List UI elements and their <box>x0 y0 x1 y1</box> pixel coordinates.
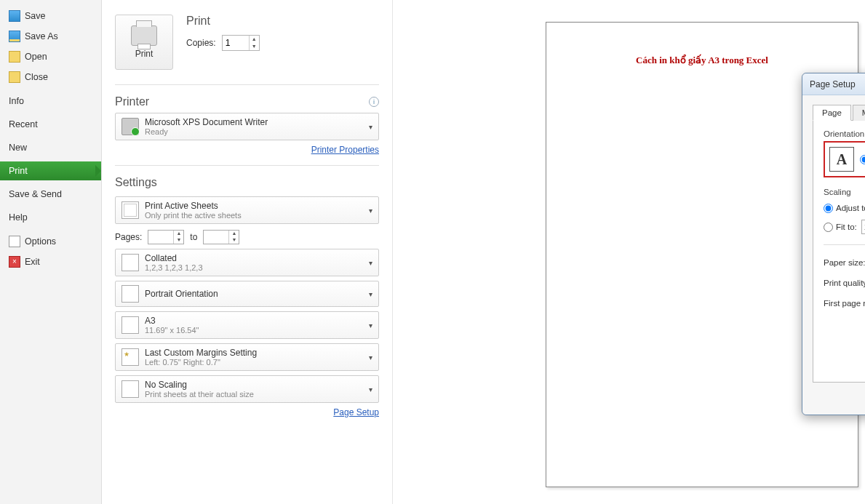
sidebar-item-info[interactable]: Info <box>0 92 101 111</box>
print-button-label: Print <box>135 49 154 59</box>
pages-to[interactable]: ▲▼ <box>203 230 239 244</box>
sidebar-item-options[interactable]: Options <box>0 231 101 252</box>
chevron-down-icon: ▾ <box>369 385 372 393</box>
pages-to-label: to <box>190 232 197 242</box>
page-icon <box>121 316 139 334</box>
paper-size-label: Paper size: <box>824 258 865 267</box>
setting-margins[interactable]: Last Custom Margins SettingLeft: 0.75" R… <box>115 343 379 371</box>
print-button[interactable]: Print <box>115 15 173 70</box>
portrait-page-icon: A <box>829 147 854 172</box>
open-folder-icon <box>9 51 20 63</box>
sidebar-item-open[interactable]: Open <box>0 47 101 67</box>
adjust-to-radio[interactable]: Adjust to: <box>824 204 865 213</box>
backstage-sidebar: Save Save As Open Close Info Recent New … <box>0 0 102 504</box>
printer-icon <box>131 25 157 46</box>
sheets-icon <box>121 201 139 219</box>
chevron-down-icon: ▾ <box>369 290 372 298</box>
copies-label: Copies: <box>186 38 216 48</box>
printer-heading: Printer <box>115 95 149 108</box>
printer-dropdown[interactable]: Microsoft XPS Document Writer Ready ▾ <box>115 113 379 140</box>
setting-print-area[interactable]: Print Active SheetsOnly print the active… <box>115 196 379 224</box>
scaling-label: Scaling <box>824 188 865 196</box>
chevron-down-icon: ▾ <box>369 353 372 361</box>
printer-status: Ready <box>145 127 363 136</box>
setting-scaling[interactable]: No ScalingPrint sheets at their actual s… <box>115 375 379 403</box>
exit-icon: × <box>9 256 20 268</box>
printer-properties-link[interactable]: Printer Properties <box>311 145 379 155</box>
chevron-down-icon: ▾ <box>369 259 372 267</box>
print-heading: Print <box>186 15 260 28</box>
sidebar-item-close[interactable]: Close <box>0 67 101 87</box>
pages-label: Pages: <box>115 232 142 242</box>
tab-margins[interactable]: Margins <box>853 105 865 121</box>
sidebar-item-save-send[interactable]: Save & Send <box>0 185 101 204</box>
spinner-down-icon[interactable]: ▼ <box>250 43 259 50</box>
dialog-title: Page Setup <box>810 79 865 89</box>
fit-wide-spinner[interactable]: ▲▼ <box>861 220 865 234</box>
copies-input[interactable] <box>223 36 249 50</box>
dialog-tabs: Page Margins Header/Footer Sheet <box>813 104 865 121</box>
setting-collate[interactable]: Collated1,2,3 1,2,3 1,2,3 ▾ <box>115 249 379 276</box>
page-setup-dialog: Page Setup ? ✕ Page Margins Header/Foote… <box>802 73 865 415</box>
spinner-up-icon[interactable]: ▲ <box>250 36 259 43</box>
scaling-icon <box>121 380 139 398</box>
copies-spinner[interactable]: ▲▼ <box>222 35 260 51</box>
setting-orientation[interactable]: Portrait Orientation ▾ <box>115 281 379 307</box>
close-folder-icon <box>9 71 20 83</box>
chevron-down-icon: ▾ <box>369 321 372 329</box>
print-panel: Print Print Copies: ▲▼ Printer i Mic <box>102 0 393 504</box>
sidebar-item-help[interactable]: Help <box>0 208 101 227</box>
sidebar-item-save[interactable]: Save <box>0 6 101 26</box>
saveas-icon <box>9 31 20 42</box>
first-page-label: First page number: <box>824 299 865 308</box>
save-icon <box>9 10 20 22</box>
printer-name: Microsoft XPS Document Writer <box>145 117 363 127</box>
page-setup-link[interactable]: Page Setup <box>333 407 379 417</box>
portrait-icon <box>121 285 139 303</box>
preview-content-text: Cách in khổ giấy A3 trong Excel <box>546 55 858 66</box>
orientation-label: Orientation <box>824 129 865 138</box>
setting-paper-size[interactable]: A311.69" x 16.54" ▾ <box>115 311 379 339</box>
margins-icon <box>121 348 139 366</box>
info-icon[interactable]: i <box>369 97 379 107</box>
printer-status-icon <box>121 118 139 135</box>
collate-icon <box>121 254 139 271</box>
sidebar-item-recent[interactable]: Recent <box>0 115 101 134</box>
print-quality-label: Print quality: <box>824 279 865 287</box>
fit-to-radio[interactable]: Fit to: <box>824 223 857 232</box>
tab-page[interactable]: Page <box>813 105 851 121</box>
options-icon <box>9 236 20 247</box>
dialog-titlebar[interactable]: Page Setup ? ✕ <box>802 73 865 95</box>
pages-from[interactable]: ▲▼ <box>148 230 184 244</box>
sidebar-item-saveas[interactable]: Save As <box>0 26 101 47</box>
tab-page-pane: Orientation A Portrait A <box>813 121 865 383</box>
chevron-down-icon: ▾ <box>369 207 372 215</box>
sidebar-item-new[interactable]: New <box>0 138 101 157</box>
settings-heading: Settings <box>115 176 379 189</box>
print-preview: Cách in khổ giấy A3 trong Excel Page Set… <box>393 0 865 504</box>
portrait-radio[interactable]: Portrait <box>860 155 865 164</box>
chevron-down-icon: ▾ <box>369 123 372 131</box>
sidebar-item-print[interactable]: Print <box>0 161 101 180</box>
orientation-portrait-box: A Portrait <box>824 141 865 177</box>
sidebar-item-exit[interactable]: ×Exit <box>0 252 101 272</box>
